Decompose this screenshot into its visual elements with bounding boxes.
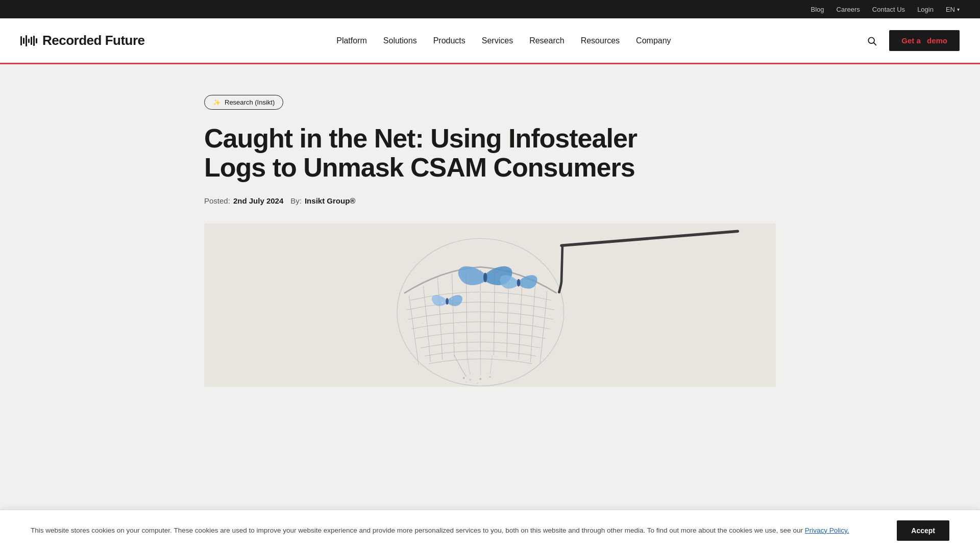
top-bar: Blog Careers Contact Us Login EN ▾ [0, 0, 980, 18]
article-title: Caught in the Net: Using Infostealer Log… [204, 124, 664, 182]
language-selector[interactable]: EN ▾ [946, 6, 960, 13]
nav-resources[interactable]: Resources [581, 32, 620, 49]
svg-point-14 [432, 306, 434, 308]
logo[interactable]: Recorded Future [20, 33, 145, 48]
nav-company[interactable]: Company [636, 32, 671, 49]
svg-point-11 [483, 273, 487, 283]
badge-icon: ✨ [213, 99, 220, 106]
svg-point-7 [479, 378, 481, 380]
login-link[interactable]: Login [917, 6, 934, 13]
svg-point-8 [489, 377, 491, 378]
svg-point-13 [446, 298, 449, 305]
svg-point-9 [465, 382, 467, 383]
posted-label: Posted: [204, 196, 230, 205]
svg-point-15 [442, 302, 443, 304]
nav-research[interactable]: Research [529, 32, 564, 49]
nav-products[interactable]: Products [433, 32, 465, 49]
svg-point-12 [517, 279, 521, 287]
header-actions: Get a demo [863, 30, 960, 51]
logo-text: Recorded Future [42, 33, 145, 48]
svg-point-16 [451, 298, 453, 300]
nav-platform[interactable]: Platform [336, 32, 367, 49]
by-label: By: [290, 196, 302, 205]
article-author: Insikt Group® [305, 196, 355, 205]
nav-solutions[interactable]: Solutions [383, 32, 417, 49]
demo-get-label: Get a [901, 36, 921, 45]
svg-line-1 [874, 42, 876, 45]
svg-point-10 [477, 383, 478, 384]
language-label: EN [946, 6, 955, 13]
hero-image-wrapper [184, 223, 796, 387]
svg-point-5 [463, 377, 465, 379]
hero-illustration [204, 223, 776, 387]
contact-link[interactable]: Contact Us [872, 6, 905, 13]
svg-point-19 [480, 292, 481, 293]
svg-point-6 [469, 380, 471, 381]
main-content: ✨ Research (Insikt) Caught in the Net: U… [184, 64, 796, 205]
category-badge[interactable]: ✨ Research (Insikt) [204, 95, 283, 110]
svg-point-20 [489, 293, 491, 294]
search-button[interactable] [863, 32, 881, 50]
nav-services[interactable]: Services [482, 32, 513, 49]
demo-demo-label: demo [927, 36, 947, 45]
search-icon [867, 36, 877, 46]
svg-point-21 [499, 295, 500, 296]
main-nav: Platform Solutions Products Services Res… [336, 32, 671, 49]
svg-rect-2 [204, 227, 776, 384]
svg-point-18 [470, 293, 472, 294]
careers-link[interactable]: Careers [837, 6, 860, 13]
svg-point-17 [461, 295, 462, 296]
article-meta: Posted: 2nd July 2024 By: Insikt Group® [204, 196, 776, 205]
chevron-down-icon: ▾ [957, 7, 960, 12]
category-label: Research (Insikt) [225, 98, 275, 106]
blog-link[interactable]: Blog [811, 6, 824, 13]
hero-image [204, 223, 776, 387]
article-date: 2nd July 2024 [233, 196, 283, 205]
svg-point-22 [508, 298, 510, 300]
get-demo-button[interactable]: Get a demo [889, 30, 960, 51]
logo-icon [20, 35, 37, 46]
site-header: Recorded Future Platform Solutions Produ… [0, 18, 980, 64]
